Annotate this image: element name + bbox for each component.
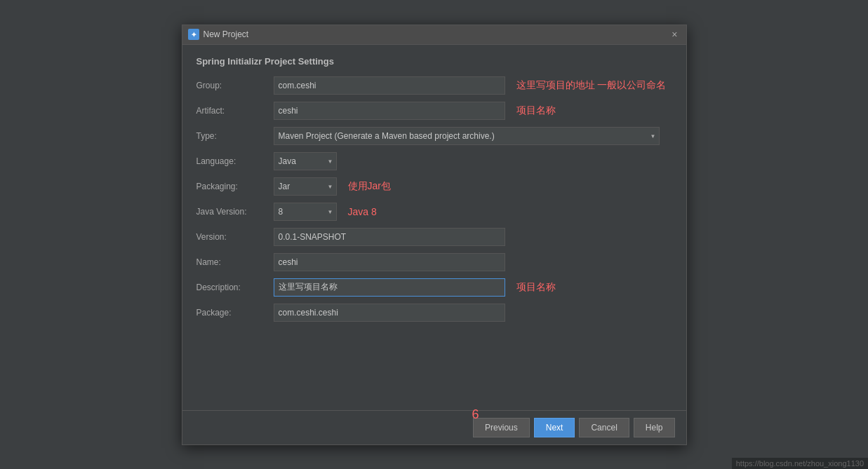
language-select[interactable]: Java Kotlin Groovy	[274, 152, 337, 170]
artifact-input[interactable]	[274, 102, 505, 120]
package-label: Package:	[196, 308, 274, 318]
type-select-wrapper: Maven Project (Generate a Maven based pr…	[274, 127, 660, 145]
packaging-select[interactable]: Jar War	[274, 177, 337, 196]
spacer	[196, 329, 672, 399]
artifact-row: Artifact: 项目名称	[196, 102, 672, 120]
packaging-label: Packaging:	[196, 182, 274, 191]
window-title: New Project	[203, 29, 249, 39]
watermark: https://blog.csdn.net/zhou_xiong1130	[732, 458, 868, 469]
next-button[interactable]: Next	[534, 418, 575, 437]
dialog-footer: 6 Previous Next Cancel Help	[182, 410, 686, 444]
type-select[interactable]: Maven Project (Generate a Maven based pr…	[274, 127, 660, 145]
group-annotation: 这里写项目的地址 一般以公司命名	[516, 79, 667, 92]
language-select-wrapper: Java Kotlin Groovy	[274, 152, 337, 170]
app-icon: ✦	[188, 29, 199, 40]
group-label: Group:	[196, 81, 274, 90]
type-label: Type:	[196, 131, 274, 141]
java-version-row: Java Version: 8 11 17 Java 8	[196, 203, 672, 221]
package-row: Package:	[196, 304, 672, 322]
previous-button[interactable]: Previous	[473, 418, 530, 437]
packaging-row: Packaging: Jar War 使用Jar包	[196, 177, 672, 196]
cancel-button[interactable]: Cancel	[579, 418, 629, 437]
section-title: Spring Initializr Project Settings	[196, 56, 672, 67]
description-input[interactable]	[274, 278, 505, 297]
version-input[interactable]	[274, 228, 505, 246]
title-bar: ✦ New Project ×	[182, 25, 686, 45]
step-number: 6	[472, 407, 479, 422]
description-label: Description:	[196, 283, 274, 292]
type-row: Type: Maven Project (Generate a Maven ba…	[196, 127, 672, 145]
package-input[interactable]	[274, 304, 505, 322]
version-row: Version:	[196, 228, 672, 246]
description-row: Description: 项目名称	[196, 278, 672, 297]
description-annotation: 项目名称	[516, 281, 556, 294]
java-version-select-wrapper: 8 11 17	[274, 203, 337, 221]
close-button[interactable]: ×	[669, 27, 680, 41]
title-bar-left: ✦ New Project	[188, 29, 249, 40]
group-input[interactable]	[274, 76, 505, 95]
java-version-select[interactable]: 8 11 17	[274, 203, 337, 221]
packaging-annotation: 使用Jar包	[348, 180, 391, 193]
name-row: Name:	[196, 253, 672, 271]
version-label: Version:	[196, 232, 274, 242]
packaging-select-wrapper: Jar War	[274, 177, 337, 196]
artifact-label: Artifact:	[196, 106, 274, 116]
artifact-annotation: 项目名称	[516, 104, 556, 117]
name-input[interactable]	[274, 253, 505, 271]
language-label: Language:	[196, 156, 274, 166]
help-button[interactable]: Help	[634, 418, 675, 437]
name-label: Name:	[196, 257, 274, 267]
group-row: Group: 这里写项目的地址 一般以公司命名	[196, 76, 672, 95]
java-version-label: Java Version:	[196, 207, 274, 217]
new-project-dialog: ✦ New Project × Spring Initializr Projec…	[182, 25, 687, 445]
language-row: Language: Java Kotlin Groovy	[196, 152, 672, 170]
dialog-content: Spring Initializr Project Settings Group…	[182, 45, 686, 410]
java-version-annotation: Java 8	[348, 206, 377, 217]
